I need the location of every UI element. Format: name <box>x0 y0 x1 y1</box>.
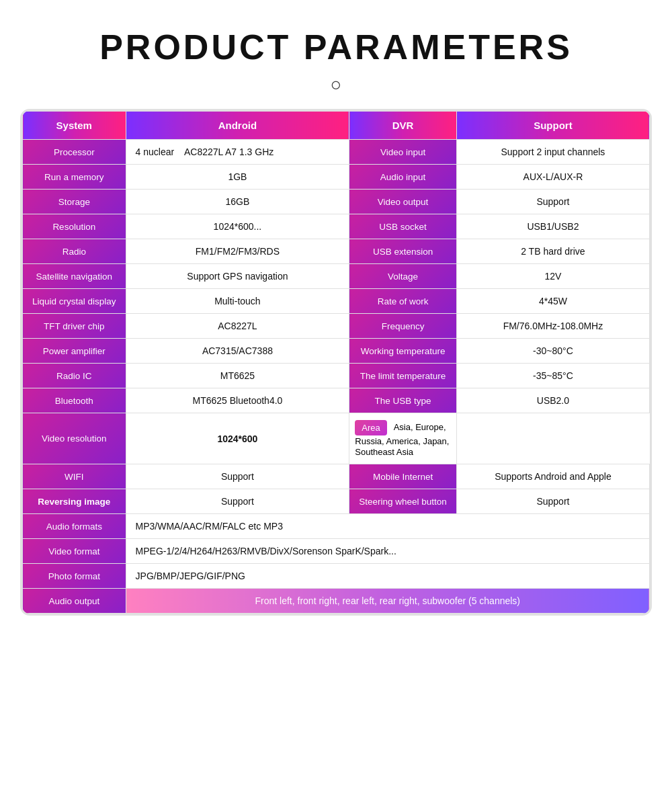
usb-socket-value: USB1/USB2 <box>456 214 649 239</box>
frequency-label: Frequency <box>349 314 457 339</box>
usb-type-value: USB2.0 <box>456 388 649 413</box>
header-row: System Android DVR Support <box>23 112 650 140</box>
video-format-label: Video format <box>23 539 126 564</box>
lcd-value: Multi-touch <box>126 289 349 314</box>
power-amp-value: AC7315/AC7388 <box>126 339 349 364</box>
table-row: TFT driver chip AC8227L Frequency FM/76.… <box>23 314 650 339</box>
rate-of-work-value: 4*45W <box>456 289 649 314</box>
table-row: Storage 16GB Video output Support <box>23 190 650 214</box>
usb-extension-value: 2 TB hard drive <box>456 239 649 264</box>
storage-label: Storage <box>23 190 126 214</box>
table-row: Run a memory 1GB Audio input AUX-L/AUX-R <box>23 165 650 190</box>
table-row: Reversing image Support Steering wheel b… <box>23 489 650 514</box>
table-row: WIFI Support Mobile Internet Supports An… <box>23 464 650 489</box>
photo-format-label: Photo format <box>23 564 126 589</box>
audio-input-value: AUX-L/AUX-R <box>456 165 649 190</box>
table-row: Video resolution 1024*600 Area Asia, Eur… <box>23 413 650 464</box>
video-input-value: Support 2 input channels <box>456 140 649 165</box>
resolution-value: 1024*600... <box>126 214 349 239</box>
bluetooth-value: MT6625 Bluetooth4.0 <box>126 388 349 413</box>
mobile-internet-label: Mobile Internet <box>349 464 457 489</box>
area-cell: Area Asia, Europe, Russia, America, Japa… <box>349 413 457 464</box>
tft-value: AC8227L <box>126 314 349 339</box>
power-amp-label: Power amplifier <box>23 339 126 364</box>
table-row: Bluetooth MT6625 Bluetooth4.0 The USB ty… <box>23 388 650 413</box>
page-title: PRODUCT PARAMETERS <box>13 27 659 67</box>
video-output-value: Support <box>456 190 649 214</box>
video-res-value: 1024*600 <box>126 413 349 464</box>
usb-socket-label: USB socket <box>349 214 457 239</box>
audio-formats-label: Audio formats <box>23 514 126 539</box>
video-format-value: MPEG-1/2/4/H264/H263/RMVB/DivX/Sorenson … <box>126 539 649 564</box>
wifi-label: WIFI <box>23 464 126 489</box>
table-row: Radio FM1/FM2/FM3/RDS USB extension 2 TB… <box>23 239 650 264</box>
header-dvr: DVR <box>349 112 457 140</box>
area-label: Area <box>355 420 386 435</box>
voltage-label: Voltage <box>349 264 457 289</box>
video-res-label: Video resolution <box>23 413 126 464</box>
params-table: System Android DVR Support Processor 4 n… <box>22 111 650 614</box>
limit-temp-label: The limit temperature <box>349 364 457 388</box>
radio-label: Radio <box>23 239 126 264</box>
rate-of-work-label: Rate of work <box>349 289 457 314</box>
resolution-label: Resolution <box>23 214 126 239</box>
usb-type-label: The USB type <box>349 388 457 413</box>
audio-input-label: Audio input <box>349 165 457 190</box>
table-row: Satellite navigation Support GPS navigat… <box>23 264 650 289</box>
table-row: Radio IC MT6625 The limit temperature -3… <box>23 364 650 388</box>
voltage-value: 12V <box>456 264 649 289</box>
header-system: System <box>23 112 126 140</box>
audio-formats-value: MP3/WMA/AAC/RM/FALC etc MP3 <box>126 514 649 539</box>
tft-label: TFT driver chip <box>23 314 126 339</box>
table-row: Photo format JPG/BMP/JEPG/GIF/PNG <box>23 564 650 589</box>
satellite-nav-label: Satellite navigation <box>23 264 126 289</box>
working-temp-value: -30~80°C <box>456 339 649 364</box>
audio-output-label: Audio output <box>23 589 126 614</box>
params-table-wrapper: System Android DVR Support Processor 4 n… <box>20 109 652 616</box>
table-row: Processor 4 nuclear AC8227L A7 1.3 GHz V… <box>23 140 650 165</box>
processor-value: 4 nuclear AC8227L A7 1.3 GHz <box>126 140 349 165</box>
radio-ic-value: MT6625 <box>126 364 349 388</box>
storage-value: 16GB <box>126 190 349 214</box>
reversing-image-label: Reversing image <box>23 489 126 514</box>
table-row: Power amplifier AC7315/AC7388 Working te… <box>23 339 650 364</box>
video-output-label: Video output <box>349 190 457 214</box>
steering-wheel-value: Support <box>456 489 649 514</box>
circle-icon: ○ <box>13 74 659 95</box>
table-row: Liquid crystal display Multi-touch Rate … <box>23 289 650 314</box>
radio-value: FM1/FM2/FM3/RDS <box>126 239 349 264</box>
usb-extension-label: USB extension <box>349 239 457 264</box>
audio-output-value: Front left, front right, rear left, rear… <box>126 589 649 614</box>
table-row: Resolution 1024*600... USB socket USB1/U… <box>23 214 650 239</box>
lcd-label: Liquid crystal display <box>23 289 126 314</box>
working-temp-label: Working temperature <box>349 339 457 364</box>
steering-wheel-label: Steering wheel button <box>349 489 457 514</box>
run-memory-label: Run a memory <box>23 165 126 190</box>
header-android: Android <box>126 112 349 140</box>
audio-output-row: Audio output Front left, front right, re… <box>23 589 650 614</box>
radio-ic-label: Radio IC <box>23 364 126 388</box>
bluetooth-label: Bluetooth <box>23 388 126 413</box>
table-row: Audio formats MP3/WMA/AAC/RM/FALC etc MP… <box>23 514 650 539</box>
table-row: Video format MPEG-1/2/4/H264/H263/RMVB/D… <box>23 539 650 564</box>
video-input-label: Video input <box>349 140 457 165</box>
frequency-value: FM/76.0MHz-108.0MHz <box>456 314 649 339</box>
limit-temp-value: -35~85°C <box>456 364 649 388</box>
header-support: Support <box>456 112 649 140</box>
run-memory-value: 1GB <box>126 165 349 190</box>
processor-label: Processor <box>23 140 126 165</box>
reversing-image-value: Support <box>126 489 349 514</box>
photo-format-value: JPG/BMP/JEPG/GIF/PNG <box>126 564 649 589</box>
wifi-value: Support <box>126 464 349 489</box>
satellite-nav-value: Support GPS navigation <box>126 264 349 289</box>
mobile-internet-value: Supports Android and Apple <box>456 464 649 489</box>
